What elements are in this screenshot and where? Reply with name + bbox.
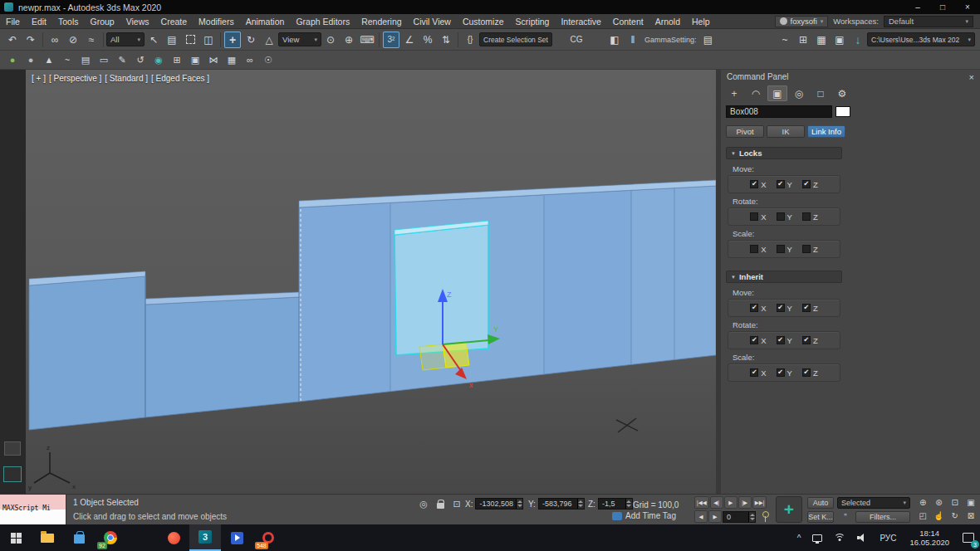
orbit-icon[interactable]: ↻ (948, 510, 963, 522)
inherit-rotate-y-checkbox[interactable]: ✔Y (777, 336, 792, 345)
current-frame-field[interactable]: 0 (723, 511, 756, 523)
y-coordinate-field[interactable]: -583,796 (538, 498, 585, 510)
viewport-general-menu[interactable]: [ + ] (32, 74, 46, 83)
redo-icon[interactable]: ↷ (22, 32, 39, 48)
locks-rotate-x-checkbox[interactable]: X (750, 212, 766, 222)
inherit-scale-y-checkbox[interactable]: ✔Y (777, 368, 792, 378)
graph-icon[interactable]: ~ (59, 52, 76, 67)
frame-icon[interactable]: ▣ (187, 52, 203, 67)
menu-group[interactable]: Group (85, 14, 120, 28)
tab-modify[interactable]: ◠ (746, 85, 766, 101)
menu-edit[interactable]: Edit (26, 14, 52, 28)
locks-move-z-checkbox[interactable]: ✔Z (802, 180, 818, 189)
select-object-icon[interactable]: ↖ (145, 32, 162, 48)
tab-create[interactable]: + (724, 85, 744, 101)
select-and-link-icon[interactable]: ∞ (47, 32, 63, 48)
previous-key-button[interactable]: ◀| (710, 496, 723, 509)
start-button[interactable] (0, 524, 32, 551)
keyboard-shortcut-override-icon[interactable]: ⌨ (359, 32, 375, 48)
maximize-viewport-icon[interactable]: ⊠ (963, 510, 978, 522)
go-to-end-button[interactable]: ▶▶| (752, 496, 767, 509)
x-coordinate-field[interactable]: -1302,508 (475, 498, 523, 510)
selection-set-key-dropdown[interactable]: Selected ▾ (837, 497, 910, 509)
locks-scale-x-checkbox[interactable]: X (750, 245, 766, 254)
close-icon[interactable]: × (955, 0, 980, 14)
add-time-tag[interactable]: Add Time Tag (612, 511, 676, 520)
3ds-max-taskbar-icon[interactable]: 3 (189, 524, 221, 551)
locks-scale-z-checkbox[interactable]: Z (802, 245, 818, 254)
mountain-icon[interactable]: ▲ (41, 52, 57, 67)
lamp-icon[interactable]: ☉ (260, 52, 277, 67)
menu-modifiers[interactable]: Modifiers (193, 14, 240, 28)
link-info-button[interactable]: Link Info (807, 125, 845, 138)
menu-civil-view[interactable]: Civil View (408, 14, 457, 28)
tab-display[interactable]: □ (811, 85, 831, 101)
chrome-icon[interactable]: 92 (95, 524, 126, 551)
use-pivot-point-icon[interactable]: ⊙ (322, 32, 339, 48)
bowtie-icon[interactable]: ⋈ (205, 52, 222, 67)
next-frame-button[interactable]: ▶ (708, 510, 722, 523)
play-button[interactable]: ▶ (724, 496, 737, 509)
selection-filter-dropdown[interactable]: All ▾ (106, 32, 145, 46)
cg-button[interactable]: CG (568, 32, 585, 48)
close-icon[interactable]: × (969, 72, 974, 82)
inherit-move-x-checkbox[interactable]: ✔X (750, 304, 766, 313)
viewport-renderer-menu[interactable]: [ Standard ] (105, 74, 148, 83)
snaps-toggle-icon[interactable]: 3² (383, 32, 399, 48)
set-keys-button[interactable]: + (776, 496, 802, 523)
isolate-selection-icon[interactable]: ◎ (417, 497, 430, 510)
inherit-move-z-checkbox[interactable]: ✔Z (802, 304, 818, 313)
named-selection-sets-dropdown[interactable]: Create Selection Set ▾ (479, 32, 552, 46)
loop-icon[interactable]: ↺ (132, 52, 149, 67)
inherit-move-y-checkbox[interactable]: ✔Y (777, 304, 792, 313)
account-menu[interactable]: foxysofi ▾ (775, 16, 829, 27)
red-app-icon[interactable] (158, 524, 189, 551)
key-filters-button[interactable]: Filters... (855, 511, 910, 523)
inherit-rollout-header[interactable]: ▼ Inherit (726, 271, 842, 283)
inherit-scale-z-checkbox[interactable]: ✔Z (802, 368, 818, 378)
unlink-selection-icon[interactable]: ⊘ (65, 32, 81, 48)
undo-icon[interactable]: ↶ (4, 32, 21, 48)
locks-rollout-header[interactable]: ▼ Locks (726, 147, 842, 159)
locks-scale-y-checkbox[interactable]: Y (777, 245, 792, 254)
bind-to-space-warp-icon[interactable]: ≈ (83, 32, 100, 48)
select-and-move-icon[interactable]: + (224, 32, 241, 48)
grid-icon[interactable]: ▦ (223, 52, 240, 67)
opera-icon[interactable]: 548 (252, 524, 284, 551)
menu-graph-editors[interactable]: Graph Editors (290, 14, 355, 28)
clock[interactable]: 18:14 16.05.2020 (902, 524, 957, 551)
menu-scripting[interactable]: Scripting (510, 14, 556, 28)
menu-create[interactable]: Create (155, 14, 194, 28)
zoom-extents-all-icon[interactable]: ▣ (963, 496, 978, 509)
render-production-icon[interactable]: ↓ (850, 32, 866, 48)
edit-named-selection-sets-icon[interactable]: {} (462, 32, 478, 48)
menu-content[interactable]: Content (607, 14, 649, 28)
plus-box-icon[interactable]: ⊞ (169, 52, 185, 67)
select-by-name-icon[interactable]: ▤ (164, 32, 180, 48)
locks-rotate-z-checkbox[interactable]: Z (802, 212, 818, 222)
file-explorer-icon[interactable] (32, 524, 63, 551)
render-setup-icon[interactable]: ▦ (813, 32, 830, 48)
ik-button[interactable]: IK (767, 125, 805, 138)
selected-box[interactable] (394, 221, 488, 355)
wifi-icon[interactable] (828, 524, 851, 551)
menu-views[interactable]: Views (120, 14, 155, 28)
workspace-dropdown[interactable]: Default ▾ (884, 16, 973, 27)
layer-explorer-icon[interactable]: ▤ (700, 32, 717, 48)
action-center-icon[interactable]: 3 (957, 524, 980, 551)
media-app-icon[interactable] (221, 524, 252, 551)
menu-rendering[interactable]: Rendering (355, 14, 407, 28)
viewport[interactable]: Z Y x z x y [ + ] [ Perspective ] [ St (26, 70, 716, 494)
key-brackets-icon[interactable]: ” (839, 511, 852, 523)
inherit-rotate-x-checkbox[interactable]: ✔X (750, 336, 766, 345)
object-name-field[interactable]: Box008 (726, 105, 832, 118)
schematic-view-icon[interactable]: ⊞ (795, 32, 811, 48)
viewport-layout-thumbnail[interactable] (3, 466, 22, 482)
tab-utilities[interactable]: ⚙ (832, 85, 852, 101)
volume-icon[interactable] (851, 524, 874, 551)
auto-key-button[interactable]: Auto (807, 497, 834, 509)
language-indicator[interactable]: РУС (874, 524, 902, 551)
minimize-icon[interactable]: – (905, 0, 930, 14)
selection-lock-icon[interactable] (434, 497, 447, 510)
menu-customize[interactable]: Customize (457, 14, 510, 28)
